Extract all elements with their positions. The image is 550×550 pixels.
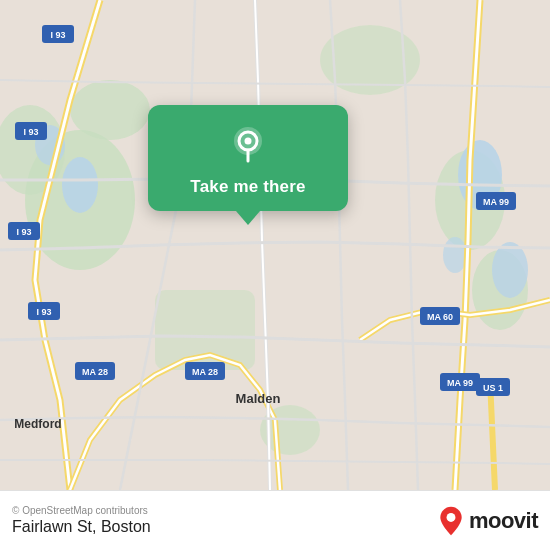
svg-text:I 93: I 93 (36, 307, 51, 317)
svg-text:MA 99: MA 99 (483, 197, 509, 207)
svg-point-38 (245, 138, 252, 145)
svg-point-40 (446, 513, 455, 522)
svg-text:Medford: Medford (14, 417, 61, 431)
svg-text:Malden: Malden (236, 391, 281, 406)
svg-text:US 1: US 1 (483, 383, 503, 393)
location-pin-icon (226, 123, 270, 167)
popup-card[interactable]: Take me there (148, 105, 348, 211)
footer-left: © OpenStreetMap contributors Fairlawn St… (12, 505, 151, 536)
svg-text:I 93: I 93 (50, 30, 65, 40)
svg-text:MA 28: MA 28 (82, 367, 108, 377)
svg-point-12 (492, 242, 528, 298)
moovit-pin-icon (437, 505, 465, 537)
svg-text:MA 28: MA 28 (192, 367, 218, 377)
moovit-text: moovit (469, 508, 538, 534)
svg-text:MA 99: MA 99 (447, 378, 473, 388)
svg-point-9 (62, 157, 98, 213)
moovit-logo: moovit (437, 505, 538, 537)
footer-bar: © OpenStreetMap contributors Fairlawn St… (0, 490, 550, 550)
map-container: I 93 I 93 I 93 I 93 MA 99 MA 99 MA 60 MA… (0, 0, 550, 490)
footer-location: Fairlawn St, Boston (12, 518, 151, 536)
footer-attribution: © OpenStreetMap contributors (12, 505, 151, 516)
svg-point-3 (70, 80, 150, 140)
svg-text:MA 60: MA 60 (427, 312, 453, 322)
svg-point-13 (443, 237, 467, 273)
svg-text:I 93: I 93 (16, 227, 31, 237)
take-me-there-label: Take me there (190, 177, 305, 197)
svg-text:I 93: I 93 (23, 127, 38, 137)
